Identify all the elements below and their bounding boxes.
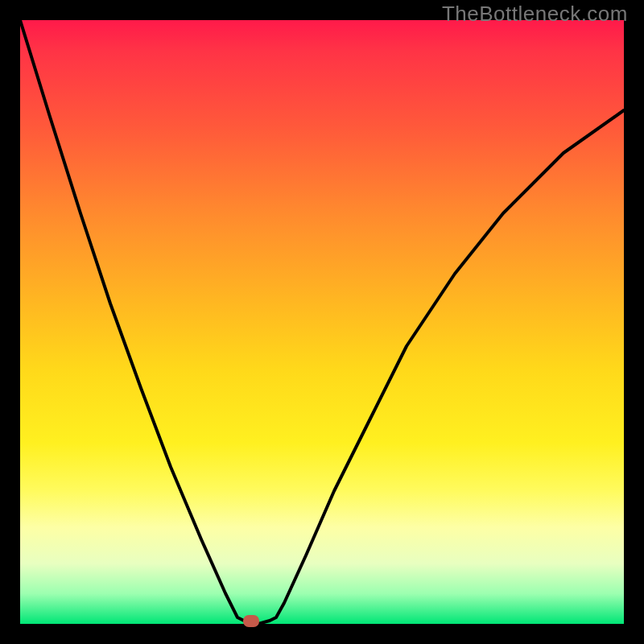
watermark-text: TheBottleneck.com: [442, 2, 628, 27]
gradient-plot-area: [20, 20, 624, 624]
optimal-marker: [243, 615, 259, 627]
